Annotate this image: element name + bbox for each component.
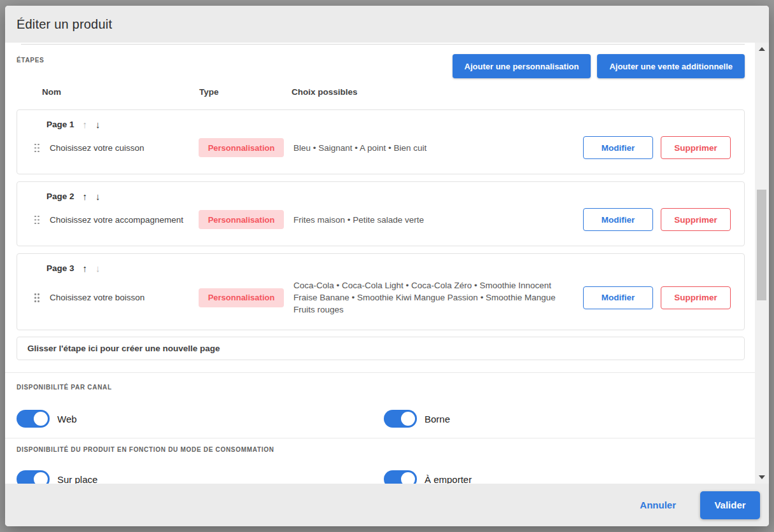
modify-step-button[interactable]: Modifier	[583, 208, 653, 231]
step-type-badge: Personnalisation	[199, 138, 284, 157]
step-name: Choisissez votre cuisson	[50, 143, 199, 153]
drag-handle-icon[interactable]	[34, 143, 40, 153]
section-divider	[5, 372, 755, 373]
step-name: Choisissez votre accompagnement	[50, 215, 199, 225]
step-name: Choisissez votre boisson	[50, 293, 199, 302]
page-header-row: Page 3	[17, 262, 744, 274]
steps-section-header: ÉTAPES Ajouter une personnalisation Ajou…	[17, 54, 745, 78]
column-header-name: Nom	[42, 87, 199, 97]
sur-place-toggle[interactable]	[17, 470, 50, 484]
sur-place-toggle-label: Sur place	[57, 474, 97, 484]
toggle-item-web: Web	[17, 410, 384, 428]
steps-header-buttons: Ajouter une personnalisation Ajouter une…	[453, 54, 745, 78]
drag-handle-icon[interactable]	[34, 215, 40, 225]
column-header-choices: Choix possibles	[292, 87, 358, 97]
steps-table-header: Nom Type Choix possibles	[17, 87, 745, 97]
toggle-knob	[34, 472, 48, 484]
delete-step-button[interactable]: Supprimer	[661, 208, 731, 231]
step-choices: Frites maison • Petite salade verte	[293, 214, 574, 226]
step-choices: Bleu • Saignant • A point • Bien cuit	[293, 142, 574, 154]
vertical-scrollbar[interactable]	[755, 43, 769, 484]
delete-step-button[interactable]: Supprimer	[661, 286, 731, 309]
delete-step-button[interactable]: Supprimer	[661, 136, 731, 159]
borne-toggle[interactable]	[384, 410, 417, 428]
drag-handle-icon[interactable]	[34, 293, 40, 302]
move-page-up-icon[interactable]	[83, 192, 88, 201]
toggle-item-borne: Borne	[384, 410, 450, 428]
new-page-dropzone[interactable]: Glisser l'étape ici pour créer une nouve…	[17, 337, 745, 360]
toggle-item-a-emporter: À emporter	[384, 470, 472, 484]
step-type-badge: Personnalisation	[199, 288, 284, 307]
step-type-badge: Personnalisation	[199, 210, 284, 229]
mode-availability-label: DISPONIBILITÉ DU PRODUIT EN FONCTION DU …	[17, 446, 745, 453]
edit-product-dialog: Éditer un produit ÉTAPES Ajouter une per…	[5, 6, 769, 526]
step-row: Choisissez votre boisson Personnalisatio…	[17, 279, 744, 316]
channel-toggle-row: Web Borne	[17, 410, 745, 428]
a-emporter-toggle[interactable]	[384, 470, 417, 484]
web-toggle-label: Web	[57, 414, 77, 424]
a-emporter-toggle-label: À emporter	[425, 474, 472, 484]
content-top-divider	[21, 44, 745, 45]
submit-button[interactable]: Valider	[700, 491, 760, 519]
move-page-down-icon[interactable]	[95, 263, 101, 273]
move-page-down-icon[interactable]	[95, 192, 101, 201]
move-page-up-icon[interactable]	[83, 120, 88, 129]
step-choices: Coca-Cola • Coca-Cola Light • Coca-Cola …	[293, 279, 574, 316]
dialog-header: Éditer un produit	[5, 6, 769, 43]
column-header-type: Type	[199, 87, 292, 97]
scroll-down-icon	[759, 475, 765, 479]
page-card-3: Page 3 Choisissez votre boisson Personna…	[17, 253, 745, 330]
web-toggle[interactable]	[17, 410, 50, 428]
dialog-scroll-content: ÉTAPES Ajouter une personnalisation Ajou…	[5, 43, 755, 484]
add-upsell-button[interactable]: Ajouter une vente additionnelle	[597, 54, 745, 78]
add-personalization-button[interactable]: Ajouter une personnalisation	[453, 54, 591, 78]
channel-availability-label: DISPONIBILITÉ PAR CANAL	[17, 384, 745, 391]
step-row: Choisissez votre accompagnement Personna…	[17, 207, 744, 232]
steps-section-label: ÉTAPES	[17, 54, 44, 64]
dialog-title: Éditer un produit	[17, 17, 112, 32]
step-actions: Modifier Supprimer	[583, 136, 731, 159]
cancel-button[interactable]: Annuler	[640, 500, 676, 510]
step-row: Choisissez votre cuisson Personnalisatio…	[17, 136, 744, 160]
scroll-down-button[interactable]	[755, 472, 769, 482]
page-label: Page 1	[46, 120, 74, 129]
dialog-body: ÉTAPES Ajouter une personnalisation Ajou…	[5, 43, 769, 484]
page-header-row: Page 1	[17, 118, 744, 130]
scrollbar-thumb[interactable]	[757, 190, 766, 300]
dialog-footer: Annuler Valider	[5, 484, 769, 526]
modify-step-button[interactable]: Modifier	[583, 136, 653, 159]
toggle-item-sur-place: Sur place	[17, 470, 384, 484]
page-header-row: Page 2	[17, 190, 744, 202]
toggle-knob	[34, 412, 48, 426]
scroll-up-button[interactable]	[755, 44, 769, 54]
step-actions: Modifier Supprimer	[583, 208, 731, 231]
move-page-up-icon[interactable]	[83, 263, 88, 273]
page-label: Page 3	[46, 263, 74, 273]
toggle-knob	[401, 412, 415, 426]
page-card-1: Page 1 Choisissez votre cuisson Personna…	[17, 109, 745, 174]
move-page-down-icon[interactable]	[95, 120, 101, 129]
scroll-up-icon	[759, 47, 765, 51]
page-label: Page 2	[46, 192, 74, 201]
section-divider	[5, 438, 755, 438]
modal-overlay: { "modal": { "title": "Éditer un produit…	[0, 0, 774, 532]
borne-toggle-label: Borne	[425, 414, 450, 424]
toggle-knob	[401, 472, 415, 484]
mode-toggle-row: Sur place À emporter	[17, 470, 745, 484]
page-card-2: Page 2 Choisissez votre accompagnement P…	[17, 181, 745, 246]
modify-step-button[interactable]: Modifier	[583, 286, 653, 309]
step-actions: Modifier Supprimer	[583, 286, 731, 309]
